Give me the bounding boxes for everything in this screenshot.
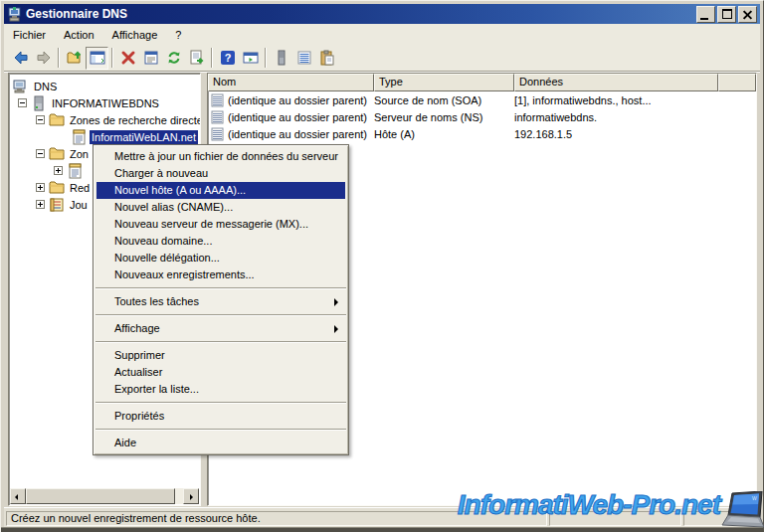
record-name: (identique au dossier parent)	[228, 111, 367, 123]
tree-item-dns-root[interactable]: DNS	[9, 78, 200, 94]
up-one-level-button[interactable]	[63, 47, 86, 70]
menu-action[interactable]: Action	[55, 26, 103, 44]
close-icon	[743, 10, 752, 19]
minimize-icon	[700, 18, 708, 20]
paste-icon	[319, 50, 335, 66]
back-icon	[13, 50, 29, 66]
menu-separator	[96, 341, 346, 343]
menu-item-label: Affichage	[114, 322, 160, 334]
export-list-icon	[189, 50, 205, 66]
tree-item-label: Jou	[68, 198, 90, 212]
log-icon	[49, 197, 65, 213]
menu-item-new-alias[interactable]: Nouvel alias (CNAME)...	[96, 199, 345, 216]
context-menu: Mettre à jour un fichier de données du s…	[93, 144, 349, 455]
menu-aide[interactable]: ?	[166, 26, 190, 44]
list-header: Nom Type Données	[208, 74, 756, 91]
minimize-button[interactable]	[696, 6, 715, 23]
menu-fichier[interactable]: Fichier	[4, 26, 55, 44]
forward-button[interactable]	[32, 47, 55, 70]
menu-item-export-list[interactable]: Exporter la liste...	[96, 381, 345, 398]
menu-item-new-mail-exchanger[interactable]: Nouveau serveur de messagerie (MX)...	[96, 216, 345, 233]
back-button[interactable]	[9, 47, 32, 70]
menu-separator	[96, 429, 346, 431]
menu-item-reload[interactable]: Charger à nouveau	[96, 165, 345, 182]
folder-icon	[49, 180, 65, 196]
records-list-button[interactable]	[292, 47, 315, 70]
show-console-tree-button[interactable]	[86, 47, 108, 70]
expand-icon[interactable]	[36, 183, 45, 192]
tree-item-label: Red	[68, 181, 92, 195]
help-button[interactable]: ?	[216, 47, 239, 70]
new-window-button[interactable]	[239, 47, 262, 70]
menu-item-properties[interactable]: Propriétés	[96, 408, 345, 425]
column-header-nom[interactable]: Nom	[208, 74, 374, 91]
zone-icon	[71, 129, 87, 145]
refresh-button[interactable]	[162, 47, 185, 70]
menu-item-view[interactable]: Affichage	[96, 320, 345, 337]
zone-icon	[67, 163, 83, 179]
record-name: (identique au dossier parent)	[228, 128, 367, 140]
record-row-soa[interactable]: (identique au dossier parent) Source de …	[208, 91, 756, 108]
menu-item-update-server-data-file[interactable]: Mettre à jour un fichier de données du s…	[96, 148, 345, 165]
record-data: [1], informatiwebdns., host...	[514, 94, 718, 106]
folder-icon	[49, 112, 65, 128]
collapse-icon[interactable]	[36, 115, 45, 124]
menu-item-delete[interactable]: Supprimer	[96, 347, 345, 364]
tree-item-label: Zones de recherche directe	[68, 113, 201, 127]
properties-button[interactable]	[139, 47, 162, 70]
record-icon	[211, 93, 224, 107]
maximize-icon	[722, 9, 732, 19]
title-bar[interactable]: Gestionnaire DNS	[4, 4, 760, 24]
column-header-donnees[interactable]: Données	[514, 74, 718, 91]
tree-item-zone-informatiweblan[interactable]: InformatiWebLAN.net	[9, 128, 200, 145]
record-row-ns[interactable]: (identique au dossier parent) Serveur de…	[208, 108, 756, 125]
delete-icon	[120, 50, 136, 66]
menu-item-new-domain[interactable]: Nouveau domaine...	[96, 233, 345, 250]
watermark-text: InformatiWeb-Pro.net	[458, 489, 720, 521]
record-type: Source de nom (SOA)	[374, 94, 514, 106]
record-name: (identique au dossier parent)	[228, 94, 367, 106]
scroll-right-button[interactable]	[183, 488, 199, 504]
collapse-icon[interactable]	[36, 149, 45, 158]
menu-item-new-delegation[interactable]: Nouvelle délégation...	[96, 250, 345, 266]
menu-item-help[interactable]: Aide	[96, 435, 345, 451]
submenu-arrow-icon	[334, 298, 338, 306]
horizontal-scrollbar[interactable]	[10, 488, 199, 504]
menu-item-new-records[interactable]: Nouveaux enregistrements...	[96, 266, 345, 283]
tree-item-forward-zones[interactable]: Zones de recherche directe	[9, 111, 200, 128]
delete-button[interactable]	[116, 47, 139, 70]
tree-item-server[interactable]: INFORMATIWEBDNS	[9, 94, 200, 111]
record-icon	[211, 127, 224, 141]
svg-text:?: ?	[224, 52, 231, 64]
app-icon	[7, 7, 22, 22]
paste-button[interactable]	[315, 47, 338, 70]
expand-icon[interactable]	[36, 200, 45, 209]
tree-item-label	[86, 170, 90, 172]
column-header-type[interactable]: Type	[374, 74, 514, 91]
server-icon	[31, 95, 47, 111]
forward-icon	[36, 50, 52, 66]
submenu-arrow-icon	[334, 325, 338, 333]
menu-item-refresh[interactable]: Actualiser	[96, 364, 345, 381]
help-icon: ?	[220, 50, 236, 66]
close-button[interactable]	[738, 6, 757, 23]
scroll-left-button[interactable]	[10, 488, 26, 504]
toolbar-separator	[58, 48, 60, 68]
record-icon	[211, 110, 224, 124]
toolbar: ?	[4, 45, 760, 72]
expand-icon[interactable]	[54, 166, 63, 175]
maximize-button[interactable]	[717, 6, 736, 23]
dns-server-button[interactable]	[270, 47, 292, 70]
toolbar-separator	[265, 48, 267, 68]
menu-affichage[interactable]: Affichage	[103, 26, 167, 44]
record-row-a[interactable]: (identique au dossier parent) Hôte (A) 1…	[208, 125, 756, 142]
menu-item-label: Toutes les tâches	[114, 295, 199, 307]
menu-item-all-tasks[interactable]: Toutes les tâches	[96, 293, 345, 310]
menu-item-new-host[interactable]: Nouvel hôte (A ou AAAA)...	[96, 182, 345, 199]
up-one-level-icon	[67, 50, 83, 66]
scrollbar-thumb[interactable]	[26, 488, 175, 504]
menu-separator	[96, 314, 346, 316]
collapse-icon[interactable]	[18, 98, 27, 107]
export-list-button[interactable]	[185, 47, 208, 70]
record-data: 192.168.1.5	[514, 128, 718, 140]
